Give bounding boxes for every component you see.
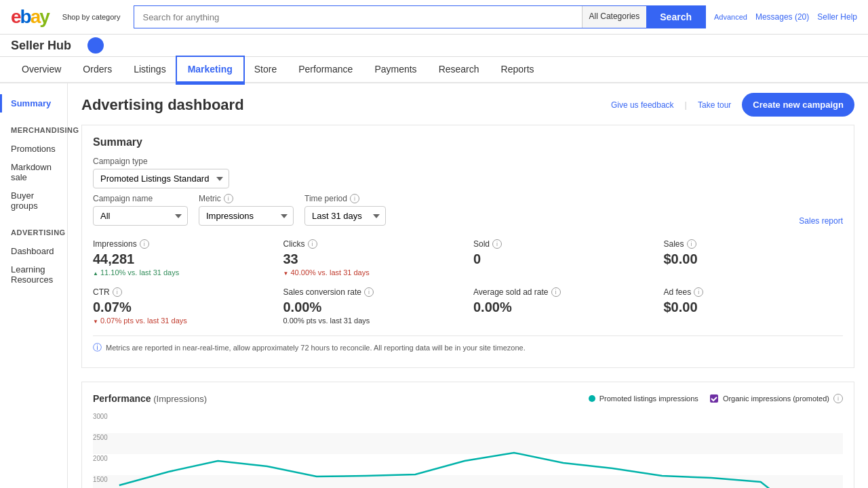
metric-sales-conversion: Sales conversion rate i 0.00% 0.00% pts …	[283, 287, 463, 325]
legend-organic: Organic impressions (promoted) i	[709, 394, 843, 403]
sidebar-section-title-merchandising: MERCHANDISING	[0, 123, 67, 140]
metric-ctr-label: CTR i	[93, 287, 273, 297]
metric-ctr: CTR i 0.07% 0.07% pts vs. last 31 days	[93, 287, 273, 325]
info-note-text: Metrics are reported in near-real-time, …	[106, 344, 526, 352]
feedback-link[interactable]: Give us feedback	[611, 100, 674, 110]
sales-info-icon[interactable]: i	[687, 239, 696, 249]
scr-info-icon[interactable]: i	[364, 287, 374, 297]
svg-rect-2	[93, 412, 843, 433]
metric-clicks-value: 33	[283, 251, 463, 267]
legend-promoted-label: Promoted listings impressions	[599, 394, 698, 403]
sidebar-item-buyer-groups[interactable]: Buyer groups	[0, 186, 67, 215]
metric-sales-label: Sales i	[664, 239, 844, 249]
info-note: ⓘ Metrics are reported in near-real-time…	[93, 336, 843, 357]
metric-info-icon[interactable]: i	[224, 194, 233, 203]
nav-payments[interactable]: Payments	[363, 57, 427, 83]
sidebar-section-merchandising: MERCHANDISING Promotions Markdown sale B…	[0, 123, 67, 215]
nav-marketing[interactable]: Marketing	[177, 57, 243, 83]
time-period-label: Time period i	[304, 194, 386, 203]
sidebar-section-summary: Summary	[0, 94, 67, 113]
metric-clicks: Clicks i 33 40.00% vs. last 31 days	[283, 239, 463, 277]
sidebar-item-summary[interactable]: Summary	[0, 94, 67, 113]
nav-research[interactable]: Research	[428, 57, 490, 83]
page-layout: Summary MERCHANDISING Promotions Markdow…	[0, 83, 868, 488]
sidebar: Summary MERCHANDISING Promotions Markdow…	[0, 83, 68, 488]
nav-listings[interactable]: Listings	[123, 57, 176, 83]
metric-select[interactable]: Impressions	[199, 206, 294, 226]
metric-scr-change: 0.00% pts vs. last 31 days	[283, 317, 463, 325]
legend-info-icon[interactable]: i	[833, 394, 843, 403]
campaign-name-filter: Campaign name All	[93, 194, 188, 226]
seller-hub-title: Seller Hub	[11, 39, 71, 53]
chart-container: 3000 2500 2000 1500 1000 500 0 Aug 14 Au…	[93, 412, 843, 488]
search-category-dropdown[interactable]: All Categories	[582, 6, 647, 28]
nav-performance[interactable]: Performance	[288, 57, 363, 83]
take-tour-link[interactable]: Take tour	[698, 100, 731, 110]
metric-sales: Sales i $0.00	[664, 239, 844, 277]
metric-ad-fees-label: Ad fees i	[664, 287, 844, 297]
create-campaign-button[interactable]: Create new campaign	[742, 93, 854, 117]
time-period-filter: Time period i Last 31 days	[304, 194, 386, 226]
main-nav: Overview Orders Listings Marketing Store…	[0, 57, 868, 83]
chart-legend: Promoted listings impressions Organic im…	[589, 394, 843, 403]
ctr-info-icon[interactable]: i	[113, 287, 122, 297]
metric-avg-sold-ad-rate-value: 0.00%	[473, 300, 653, 315]
clicks-info-icon[interactable]: i	[308, 239, 317, 249]
seller-help-link[interactable]: Seller Help	[817, 12, 857, 22]
metric-sales-conversion-label: Sales conversion rate i	[283, 287, 463, 297]
performance-section: Performance (Impressions) Promoted listi…	[81, 382, 854, 488]
page-header: Advertising dashboard Give us feedback |…	[81, 83, 854, 125]
time-period-info-icon[interactable]: i	[350, 194, 359, 203]
sidebar-item-markdown-sale[interactable]: Markdown sale	[0, 158, 67, 186]
search-button[interactable]: Search	[646, 6, 705, 28]
perf-header: Performance (Impressions) Promoted listi…	[93, 393, 843, 404]
performance-chart: 3000 2500 2000 1500 1000 500 0 Aug 14 Au…	[93, 412, 843, 488]
summary-title: Summary	[93, 136, 843, 148]
sold-info-icon[interactable]: i	[492, 239, 502, 249]
campaign-name-label: Campaign name	[93, 194, 188, 203]
nav-overview[interactable]: Overview	[11, 57, 72, 83]
sidebar-section-advertising: ADVERTISING Dashboard Learning Resources	[0, 226, 67, 289]
metrics-grid: Impressions i 44,281 11.10% vs. last 31 …	[93, 231, 843, 333]
page-actions: Give us feedback | Take tour Create new …	[611, 93, 854, 117]
metric-sold-label: Sold i	[473, 239, 653, 249]
advanced-link[interactable]: Advanced	[714, 13, 747, 21]
seller-hub-bar: Seller Hub	[0, 35, 868, 57]
campaign-type-select[interactable]: Promoted Listings Standard	[93, 169, 229, 188]
sidebar-item-learning-resources[interactable]: Learning Resources	[0, 260, 67, 289]
search-input[interactable]	[134, 6, 581, 28]
shop-by-category[interactable]: Shop by category	[57, 10, 126, 24]
campaign-type-filter: Campaign type Promoted Listings Standard	[93, 157, 229, 188]
metric-avg-sold-ad-rate-label: Average sold ad rate i	[473, 287, 653, 297]
sales-report-link[interactable]: Sales report	[799, 216, 843, 226]
svg-rect-0	[710, 394, 718, 403]
sidebar-item-dashboard[interactable]: Dashboard	[0, 242, 67, 260]
metric-clicks-change: 40.00% vs. last 31 days	[283, 268, 463, 277]
metric-sales-value: $0.00	[664, 251, 844, 267]
perf-subtitle: (Impressions)	[153, 394, 207, 404]
perf-title: Performance (Impressions)	[93, 393, 207, 404]
summary-card: Summary Campaign type Promoted Listings …	[81, 125, 854, 368]
filter-row-1: Campaign type Promoted Listings Standard	[93, 157, 843, 188]
search-bar: All Categories Search	[134, 5, 706, 28]
metric-clicks-label: Clicks i	[283, 239, 463, 249]
filter-row-2: Campaign name All Metric i Impressions	[93, 194, 843, 226]
messages-link[interactable]: Messages (20)	[755, 12, 809, 22]
metric-impressions-value: 44,281	[93, 251, 273, 267]
metric-label: Metric i	[199, 194, 294, 203]
ad-fees-info-icon[interactable]: i	[694, 287, 703, 297]
nav-reports[interactable]: Reports	[490, 57, 545, 83]
sidebar-item-promotions[interactable]: Promotions	[0, 140, 67, 158]
asar-info-icon[interactable]: i	[551, 287, 561, 297]
legend-promoted: Promoted listings impressions	[589, 394, 698, 403]
nav-store[interactable]: Store	[243, 57, 288, 83]
time-period-select[interactable]: Last 31 days	[304, 206, 386, 226]
metric-filter: Metric i Impressions	[199, 194, 294, 226]
main-content: Advertising dashboard Give us feedback |…	[68, 83, 868, 488]
metric-impressions: Impressions i 44,281 11.10% vs. last 31 …	[93, 239, 273, 277]
impressions-info-icon[interactable]: i	[140, 239, 149, 249]
nav-orders[interactable]: Orders	[72, 57, 123, 83]
legend-organic-label: Organic impressions (promoted)	[723, 394, 829, 403]
metric-ad-fees: Ad fees i $0.00	[664, 287, 844, 325]
campaign-name-select[interactable]: All	[93, 206, 188, 226]
